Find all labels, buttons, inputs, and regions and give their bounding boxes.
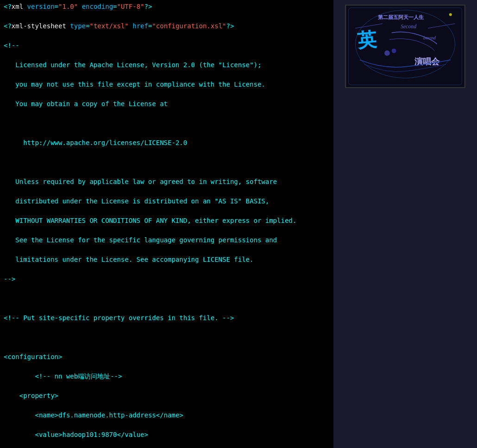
svg-text:演唱会: 演唱会: [414, 57, 440, 66]
svg-text:英: 英: [356, 29, 378, 52]
svg-point-11: [449, 13, 452, 16]
editor-area: <?xml version="1.0" encoding="UTF-8"?> <…: [0, 0, 477, 448]
svg-point-4: [384, 50, 390, 56]
svg-point-5: [392, 49, 396, 53]
image-section: 第二届五阿天一人生 英 演唱会 Second: [333, 0, 477, 448]
code-content: <?xml version="1.0" encoding="UTF-8"?> <…: [4, 2, 330, 448]
svg-text:Second: Second: [401, 24, 416, 30]
code-section[interactable]: <?xml version="1.0" encoding="UTF-8"?> <…: [0, 0, 333, 448]
concert-poster: 第二届五阿天一人生 英 演唱会 Second: [345, 5, 465, 88]
concert-poster-svg: 第二届五阿天一人生 英 演唱会 Second: [346, 6, 464, 87]
svg-text:第二届五阿天一人生: 第二届五阿天一人生: [378, 14, 424, 20]
